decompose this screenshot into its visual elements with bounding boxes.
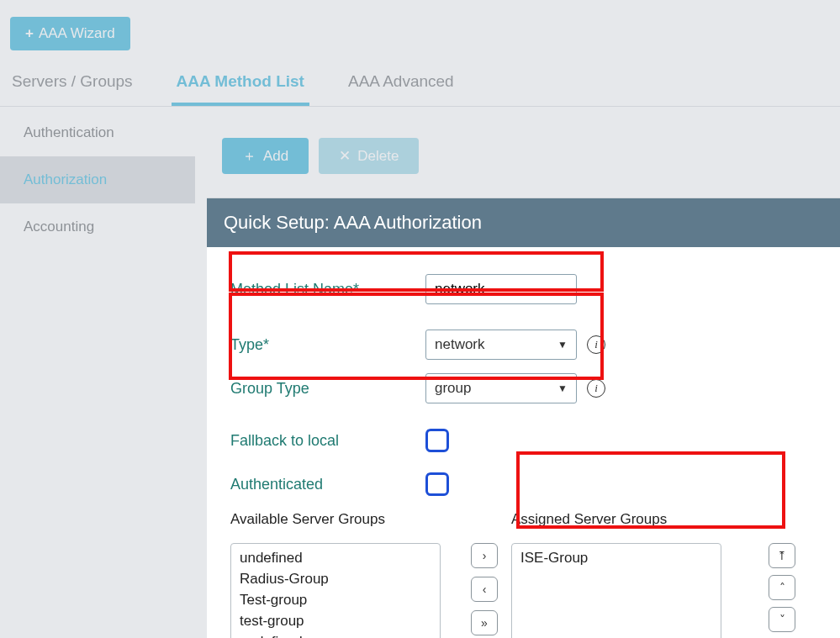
- tab-servers-groups[interactable]: Servers / Groups: [7, 64, 138, 106]
- aaa-wizard-button[interactable]: + AAA Wizard: [10, 17, 130, 50]
- type-label: Type*: [230, 336, 425, 354]
- move-down-button[interactable]: ˅: [769, 607, 795, 632]
- move-all-right-button[interactable]: »: [471, 610, 498, 635]
- delete-button-label: Delete: [357, 148, 399, 165]
- add-button-label: Add: [263, 148, 288, 165]
- delete-button[interactable]: ✕ Delete: [319, 138, 419, 174]
- list-item[interactable]: test-group: [240, 610, 431, 631]
- main-tabs: Servers / Groups AAA Method List AAA Adv…: [0, 67, 840, 107]
- method-list-name-label: Method List Name*: [230, 281, 425, 298]
- list-item[interactable]: Radius-Group: [240, 568, 431, 589]
- fallback-label: Fallback to local: [230, 432, 425, 450]
- tab-aaa-advanced[interactable]: AAA Advanced: [343, 64, 459, 106]
- group-type-select-value: group: [435, 380, 471, 397]
- sidebar-item-authentication[interactable]: Authentication: [0, 109, 195, 156]
- tab-aaa-method-list[interactable]: AAA Method List: [172, 64, 309, 106]
- chevron-down-icon: ▼: [557, 382, 568, 394]
- modal-title: Quick Setup: AAA Authorization: [207, 198, 840, 247]
- assigned-groups-title: Assigned Server Groups: [511, 511, 755, 528]
- list-item[interactable]: ISE-Group: [520, 547, 712, 568]
- method-list-name-input[interactable]: [425, 274, 577, 304]
- bar-up-icon: ⤒: [777, 549, 787, 562]
- authenticated-label: Authenticated: [230, 476, 425, 493]
- group-type-label: Group Type: [230, 380, 425, 398]
- assigned-groups-list[interactable]: ISE-Group: [511, 543, 721, 638]
- sidebar: Authentication Authorization Accounting: [0, 109, 195, 250]
- available-groups-list[interactable]: undefined Radius-Group Test-group test-g…: [230, 543, 441, 638]
- chevron-down-icon: ▼: [557, 339, 568, 351]
- aaa-wizard-label: AAA Wizard: [39, 25, 115, 42]
- move-up-button[interactable]: ˄: [769, 575, 795, 600]
- authenticated-checkbox[interactable]: [425, 472, 449, 496]
- content-area: ＋ Add ✕ Delete: [207, 118, 840, 174]
- move-right-button[interactable]: ›: [471, 543, 498, 568]
- chevron-up-icon: ˄: [779, 581, 785, 594]
- sidebar-item-authorization[interactable]: Authorization: [0, 156, 195, 203]
- toolbar: ＋ Add ✕ Delete: [222, 138, 840, 174]
- type-select-value: network: [435, 336, 485, 353]
- plus-icon: ＋: [242, 146, 256, 166]
- quick-setup-modal: Quick Setup: AAA Authorization Method Li…: [207, 198, 840, 638]
- list-item[interactable]: undefined: [240, 631, 431, 638]
- move-left-button[interactable]: ‹: [471, 577, 498, 602]
- move-top-button[interactable]: ⤒: [769, 543, 795, 568]
- x-icon: ✕: [339, 147, 351, 165]
- info-icon[interactable]: i: [587, 335, 605, 354]
- list-item[interactable]: undefined: [240, 547, 431, 568]
- group-type-select[interactable]: group ▼: [425, 373, 577, 403]
- plus-icon: +: [25, 25, 34, 42]
- type-select[interactable]: network ▼: [425, 330, 577, 360]
- sidebar-item-accounting[interactable]: Accounting: [0, 203, 195, 250]
- fallback-checkbox[interactable]: [425, 429, 449, 452]
- available-groups-title: Available Server Groups: [230, 511, 457, 528]
- chevron-down-icon: ˅: [779, 613, 785, 626]
- add-button[interactable]: ＋ Add: [222, 138, 309, 174]
- list-item[interactable]: Test-group: [240, 589, 431, 610]
- info-icon[interactable]: i: [587, 379, 605, 398]
